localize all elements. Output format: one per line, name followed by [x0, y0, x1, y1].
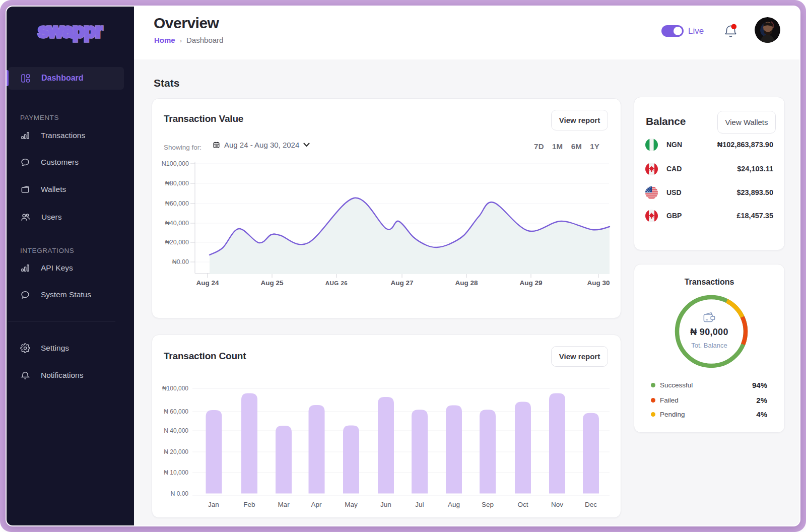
- svg-text:Aug 24: Aug 24: [196, 279, 219, 287]
- svg-text:Aug 29: Aug 29: [519, 279, 542, 287]
- svg-text:₦80,000: ₦80,000: [165, 180, 189, 187]
- svg-text:₦ 10,000: ₦ 10,000: [164, 469, 188, 476]
- svg-text:₦100,000: ₦100,000: [162, 385, 188, 392]
- svg-text:Feb: Feb: [243, 501, 255, 508]
- svg-text:₦0.00: ₦0.00: [172, 258, 189, 265]
- svg-text:₦40,000: ₦40,000: [165, 220, 189, 227]
- svg-text:₦20,000: ₦20,000: [165, 239, 189, 246]
- svg-text:₦60,000: ₦60,000: [165, 200, 189, 207]
- svg-text:Nov: Nov: [551, 501, 563, 508]
- svg-text:Jan: Jan: [208, 501, 219, 508]
- svg-text:₦ 60,000: ₦ 60,000: [164, 408, 188, 415]
- svg-text:₦100,000: ₦100,000: [162, 160, 189, 167]
- svg-text:Jul: Jul: [415, 501, 424, 508]
- svg-text:₦ 0.00: ₦ 0.00: [171, 490, 189, 497]
- svg-text:Aug 28: Aug 28: [455, 279, 478, 287]
- svg-text:Aug 27: Aug 27: [390, 279, 413, 287]
- svg-text:Aug 25: Aug 25: [260, 279, 284, 287]
- svg-text:Aug 30: Aug 30: [587, 279, 610, 287]
- svg-text:₦ 40,000: ₦ 40,000: [164, 427, 188, 434]
- svg-text:Oct: Oct: [517, 501, 528, 508]
- svg-text:Mar: Mar: [278, 501, 290, 508]
- svg-text:Apr: Apr: [311, 501, 322, 508]
- svg-text:Aug: Aug: [448, 501, 460, 508]
- svg-text:May: May: [345, 501, 358, 508]
- svg-text:swappr: swappr: [38, 20, 102, 41]
- svg-text:Jun: Jun: [380, 501, 391, 508]
- svg-text:₦ 20,000: ₦ 20,000: [164, 448, 188, 455]
- svg-text:AUG 26: AUG 26: [325, 280, 348, 286]
- svg-text:Dec: Dec: [585, 501, 597, 508]
- svg-text:Sep: Sep: [482, 501, 494, 508]
